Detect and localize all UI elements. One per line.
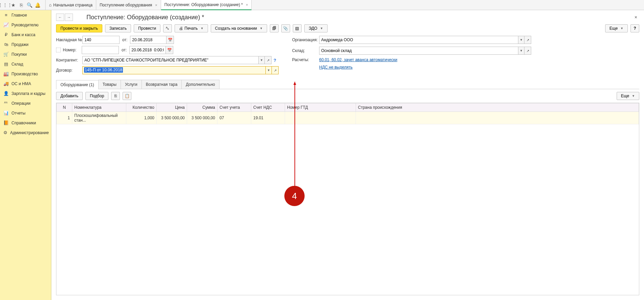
- chevron-down-icon[interactable]: ▼: [518, 47, 524, 55]
- attach-button[interactable]: 📎: [281, 24, 290, 32]
- clip-icon[interactable]: ⎘: [18, 2, 24, 8]
- stack-icon: ▤: [3, 61, 9, 67]
- close-icon[interactable]: ×: [246, 3, 248, 7]
- cell-qty[interactable]: 1,000: [126, 112, 157, 124]
- sidebar-item-catalogs[interactable]: 📙Справочники: [0, 118, 51, 128]
- nav-back-button[interactable]: ←: [56, 14, 64, 21]
- contract-input[interactable]: [82, 66, 266, 74]
- warehouse-input[interactable]: [319, 47, 518, 55]
- sidebar-item-salary[interactable]: 👤Зарплата и кадры: [0, 89, 51, 98]
- dtkt-button[interactable]: ᴬₖ: [163, 24, 172, 32]
- close-page-button[interactable]: ×: [633, 14, 639, 21]
- tab-receipts-list[interactable]: Поступление оборудования ×: [96, 0, 161, 10]
- calendar-icon[interactable]: 📅: [166, 46, 173, 54]
- nav-forward-button[interactable]: →: [65, 14, 73, 21]
- add-row-button[interactable]: Добавить: [56, 92, 83, 100]
- more-button[interactable]: Еще▼: [605, 24, 628, 32]
- sub-tabs: Оборудование (1) Товары Услуги Возвратна…: [56, 80, 639, 89]
- warehouse-label: Склад:: [292, 48, 319, 53]
- subtab-additional[interactable]: Дополнительно: [181, 80, 219, 89]
- chevron-down-icon[interactable]: ▼: [518, 36, 524, 44]
- sidebar-label: ОС и НМА: [11, 81, 31, 86]
- post-and-close-button[interactable]: Провести и закрыть: [56, 24, 102, 32]
- cell-price[interactable]: 3 500 000,00: [157, 112, 187, 124]
- sidebar-item-bank[interactable]: ₽Банк и касса: [0, 30, 51, 40]
- cell-vat-account[interactable]: 19.01: [251, 112, 285, 124]
- subtab-services[interactable]: Услуги: [121, 80, 142, 89]
- sidebar-item-admin[interactable]: ⚙Администрирование: [0, 128, 51, 138]
- col-gtd[interactable]: Номер ГТД: [285, 103, 356, 112]
- table-row[interactable]: 1 Плоскошлифовальный стан... 1,000 3 500…: [57, 112, 639, 124]
- sidebar-item-reports[interactable]: 📊Отчеты: [0, 108, 51, 118]
- subtab-equipment[interactable]: Оборудование (1): [56, 80, 99, 89]
- search-icon[interactable]: 🔍: [26, 2, 32, 8]
- calendar-icon[interactable]: 📅: [166, 36, 174, 44]
- structure-button[interactable]: 🗐: [270, 24, 279, 32]
- annotation-badge: 4: [284, 186, 305, 206]
- sidebar: ≡Главное 📈Руководителю ₽Банк и касса 🛍Пр…: [0, 10, 51, 300]
- sidebar-item-purchases[interactable]: 🛒Покупки: [0, 49, 51, 59]
- table-more-button[interactable]: Еще▼: [617, 92, 639, 100]
- col-account[interactable]: Счет учета: [217, 103, 251, 112]
- org-input[interactable]: [319, 36, 518, 44]
- contractor-input[interactable]: [82, 56, 259, 64]
- pick-button[interactable]: Подбор: [85, 92, 108, 100]
- sidebar-item-manager[interactable]: 📈Руководителю: [0, 20, 51, 30]
- help-icon[interactable]: ?: [272, 58, 278, 63]
- truck-icon: 🚚: [3, 81, 9, 86]
- col-qty[interactable]: Количество: [126, 103, 157, 112]
- number-input[interactable]: [82, 46, 119, 54]
- cell-nomenclature[interactable]: Плоскошлифовальный стан...: [72, 112, 126, 124]
- open-icon[interactable]: ↗: [524, 47, 531, 55]
- col-price[interactable]: Цена: [157, 103, 187, 112]
- vat-link[interactable]: НДС не выделять: [319, 65, 353, 70]
- chevron-down-icon[interactable]: ▼: [259, 56, 265, 64]
- report-button[interactable]: ▤: [293, 24, 302, 32]
- sidebar-item-assets[interactable]: 🚚ОС и НМА: [0, 79, 51, 89]
- open-icon[interactable]: ↗: [265, 56, 272, 64]
- subtab-containers[interactable]: Возвратная тара: [141, 80, 182, 89]
- col-n[interactable]: N: [57, 103, 72, 112]
- col-sum[interactable]: Сумма: [187, 103, 217, 112]
- sidebar-item-operations[interactable]: ᴬᵏОперации: [0, 98, 51, 108]
- cell-sum[interactable]: 3 500 000,00: [187, 112, 217, 124]
- col-country[interactable]: Страна происхождения: [356, 103, 639, 112]
- sidebar-item-sales[interactable]: 🛍Продажи: [0, 40, 51, 49]
- close-icon[interactable]: ×: [155, 3, 157, 7]
- copy-rows-button[interactable]: ⎘: [111, 92, 120, 100]
- calc-link[interactable]: 60.01, 60.02, зачет аванса автоматически: [319, 57, 397, 62]
- tab-receipt-new[interactable]: Поступление: Оборудование (создание) * ×: [161, 0, 252, 10]
- col-vat-account[interactable]: Счет НДС: [251, 103, 285, 112]
- contract-label: Договор:: [56, 68, 82, 73]
- sidebar-item-production[interactable]: 🏭Производство: [0, 69, 51, 79]
- cell-gtd[interactable]: [285, 112, 356, 124]
- cell-country[interactable]: [356, 112, 639, 124]
- equipment-table[interactable]: N Номенклатура Количество Цена Сумма Сче…: [56, 103, 639, 295]
- chevron-down-icon[interactable]: ▼: [266, 66, 272, 74]
- datetime-input[interactable]: [129, 46, 166, 54]
- post-button[interactable]: Провести: [134, 24, 160, 32]
- person-icon: 👤: [3, 91, 9, 96]
- help-button[interactable]: ?: [630, 24, 639, 32]
- bell-icon[interactable]: 🔔: [34, 2, 41, 8]
- save-button[interactable]: Записать: [105, 24, 131, 32]
- print-button[interactable]: 🖨Печать▼: [175, 24, 208, 32]
- create-based-button[interactable]: Создать на основании▼: [211, 24, 267, 32]
- invoice-date-input[interactable]: [130, 36, 166, 44]
- star-icon[interactable]: ★: [10, 2, 16, 8]
- cell-account[interactable]: 07: [217, 112, 251, 124]
- cell-n[interactable]: 1: [57, 112, 72, 124]
- tab-label: Начальная страница: [53, 3, 93, 7]
- open-icon[interactable]: ↗: [272, 66, 279, 74]
- sidebar-item-warehouse[interactable]: ▤Склад: [0, 59, 51, 69]
- table-header-row: N Номенклатура Количество Цена Сумма Сче…: [57, 103, 639, 112]
- sidebar-item-main[interactable]: ≡Главное: [0, 10, 51, 20]
- tab-home[interactable]: ⌂ Начальная страница: [45, 0, 96, 10]
- col-nomenclature[interactable]: Номенклатура: [72, 103, 126, 112]
- open-icon[interactable]: ↗: [524, 36, 531, 44]
- subtab-goods[interactable]: Товары: [98, 80, 121, 89]
- invoice-no-input[interactable]: [82, 36, 120, 44]
- edo-button[interactable]: ЭДО▼: [304, 24, 328, 32]
- paste-rows-button[interactable]: 📋: [123, 92, 131, 100]
- apps-icon[interactable]: ⋮⋮⋮: [2, 2, 8, 8]
